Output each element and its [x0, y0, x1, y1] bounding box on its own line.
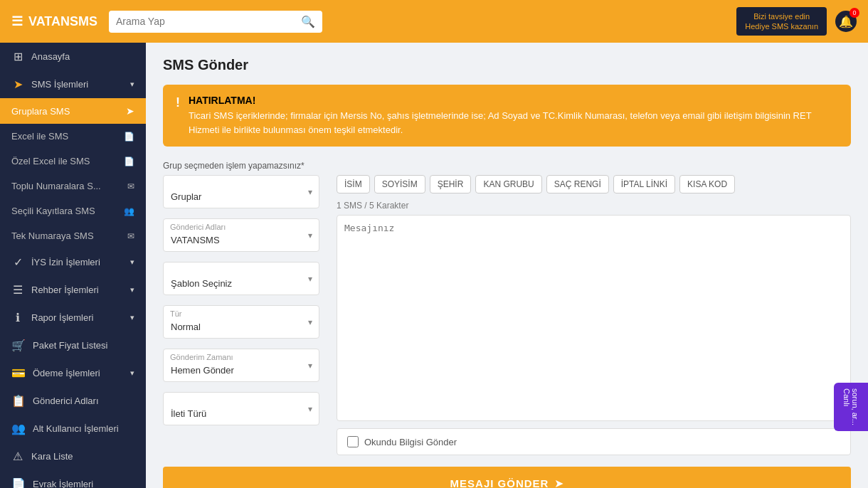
file-icon: 📄	[124, 132, 134, 142]
content-area: SMS Gönder ! HATIRLATMA! Ticari SMS içer…	[146, 43, 868, 488]
sidebar-item-rapor[interactable]: ℹ Rapor İşlemleri ▾	[0, 304, 146, 331]
tur-field: Tür Normal	[163, 305, 319, 339]
sidebar-label: Alt Kullanıcı İşlemleri	[33, 423, 134, 434]
tag-sac-rengi[interactable]: SAÇ RENGİ	[546, 175, 609, 193]
cart-icon: 🛒	[11, 339, 26, 352]
grid-icon: ⊞	[11, 50, 24, 63]
chevron-down-icon: ▾	[130, 258, 134, 267]
sidebar: ⊞ Anasayfa ➤ SMS İşlemleri ▾ Gruplara SM…	[0, 43, 146, 488]
file-icon: 📄	[124, 157, 134, 166]
info-icon: ℹ	[11, 311, 24, 324]
sidebar-label: Tek Numaraya SMS	[11, 230, 120, 241]
sidebar-item-evrak[interactable]: 📄 Evrak İşlemleri	[0, 470, 146, 488]
ileti-select[interactable]: İleti Türü	[163, 392, 319, 425]
gonderim-label: Gönderim Zamanı	[170, 353, 233, 361]
chevron-down-icon: ▾	[130, 80, 134, 89]
sidebar-item-tek-sms[interactable]: Tek Numaraya SMS ✉	[0, 223, 146, 248]
form-left: Gruplar Gönderici Adları VATANSMS Şablon…	[163, 175, 319, 455]
page-title: SMS Gönder	[163, 57, 851, 73]
sidebar-label: Anasayfa	[31, 51, 134, 62]
sidebar-item-excel-sms[interactable]: Excel ile SMS 📄	[0, 124, 146, 149]
recommend-label: Bizi tavsiye edin	[745, 11, 818, 21]
sidebar-label: Seçili Kayıtlara SMS	[11, 206, 117, 216]
chevron-down-icon: ▾	[130, 285, 134, 295]
sidebar-label: Gruplara SMS	[11, 106, 119, 117]
gonderim-field: Gönderim Zamanı Hemen Gönder	[163, 349, 319, 382]
sidebar-label: Özel Excel ile SMS	[11, 156, 117, 166]
right-arrow-icon: ➤	[126, 105, 134, 117]
sidebar-item-rehber[interactable]: ☰ Rehber İşlemleri ▾	[0, 276, 146, 304]
sidebar-label: SMS İşlemleri	[31, 79, 123, 90]
envelope-icon: ✉	[127, 181, 134, 191]
gruplar-field: Gruplar	[163, 175, 319, 208]
tag-kisa-kod[interactable]: KISA KOD	[679, 175, 735, 193]
sidebar-label: Paket Fiyat Listesi	[33, 340, 134, 351]
form-wrapper: Gruplar Gönderici Adları VATANSMS Şablon…	[163, 175, 851, 455]
tag-kan-grubu[interactable]: KAN GRUBU	[475, 175, 541, 193]
sidebar-label: İYS İzin İşlemleri	[31, 257, 123, 267]
sidebar-item-odeme[interactable]: 💳 Ödeme İşlemleri ▾	[0, 359, 146, 387]
sidebar-label: Rehber İşlemleri	[31, 285, 123, 295]
envelope-icon: ✉	[127, 231, 134, 241]
sidebar-item-gruplara-sms[interactable]: Gruplara SMS ➤	[0, 98, 146, 124]
okundu-checkbox[interactable]	[347, 436, 359, 447]
document-icon: 📄	[11, 477, 26, 488]
gruplar-select[interactable]: Gruplar	[163, 175, 319, 208]
recommend-sub: Hediye SMS kazanın	[745, 21, 818, 31]
sidebar-label: Kara Liste	[31, 451, 134, 462]
topbar-right: Bizi tavsiye edin Hediye SMS kazanın 🔔 0	[736, 7, 857, 36]
card-icon: 💳	[11, 366, 26, 380]
sidebar-item-sms-islemleri[interactable]: ➤ SMS İşlemleri ▾	[0, 70, 146, 98]
gonderici-label: Gönderici Adları	[170, 223, 226, 231]
send-button[interactable]: MESAJI GÖNDER ➤	[163, 467, 851, 488]
arrow-icon: ➤	[11, 78, 24, 91]
sidebar-item-secili-sms[interactable]: Seçili Kayıtlara SMS 👥	[0, 198, 146, 223]
recommend-button[interactable]: Bizi tavsiye edin Hediye SMS kazanın	[736, 7, 827, 36]
tur-select[interactable]: Normal	[163, 305, 319, 339]
live-chat-label: Canlısorun, ar...	[842, 388, 859, 425]
chevron-down-icon: ▾	[130, 368, 134, 378]
warning-icon: ⚠	[11, 450, 24, 463]
sidebar-label: Toplu Numaralara S...	[11, 181, 120, 191]
tag-buttons: İSİM SOYİSİM ŞEHİR KAN GRUBU SAÇ RENGİ İ…	[337, 175, 851, 193]
tag-isim[interactable]: İSİM	[337, 175, 370, 193]
sablon-select[interactable]: Şablon Seçiniz	[163, 262, 319, 295]
required-label: Grup seçmeden işlem yapamazsınız*	[163, 161, 851, 171]
sablon-field: Şablon Seçiniz	[163, 262, 319, 295]
okundu-label[interactable]: Okundu Bilgisi Gönder	[364, 437, 457, 447]
topbar: ☰ VATANSMS 🔍 Bizi tavsiye edin Hediye SM…	[0, 0, 868, 43]
search-bar[interactable]: 🔍	[109, 11, 322, 33]
checkbox-row: Okundu Bilgisi Gönder	[337, 428, 851, 455]
tur-label: Tür	[170, 309, 182, 318]
sidebar-item-gonderici[interactable]: 📋 Gönderici Adları	[0, 387, 146, 415]
list-icon: 📋	[11, 394, 26, 408]
brand-name: VATANSMS	[28, 14, 97, 29]
tag-soyisim[interactable]: SOYİSİM	[374, 175, 425, 193]
notification-bell[interactable]: 🔔 0	[835, 11, 857, 32]
sidebar-item-ozel-excel-sms[interactable]: Özel Excel ile SMS 📄	[0, 149, 146, 174]
exclamation-icon: !	[176, 95, 180, 110]
search-icon: 🔍	[301, 15, 315, 28]
gonderici-field: Gönderici Adları VATANSMS	[163, 218, 319, 252]
sidebar-item-iys[interactable]: ✓ İYS İzin İşlemleri ▾	[0, 248, 146, 276]
search-input[interactable]	[116, 16, 297, 27]
sidebar-label: Excel ile SMS	[11, 131, 117, 142]
tag-iptal-linki[interactable]: İPTAL LİNKİ	[613, 175, 675, 193]
tag-sehir[interactable]: ŞEHİR	[430, 175, 472, 193]
sidebar-label: Rapor İşlemleri	[31, 312, 123, 323]
sidebar-item-alt-kullanici[interactable]: 👥 Alt Kullanıcı İşlemleri	[0, 415, 146, 442]
sidebar-item-kara-liste[interactable]: ⚠ Kara Liste	[0, 442, 146, 470]
users-icon: 👥	[124, 206, 134, 216]
sms-counter: 1 SMS / 5 Karakter	[337, 201, 851, 211]
menu-icon[interactable]: ☰	[11, 14, 23, 29]
sidebar-label: Gönderici Adları	[33, 396, 134, 406]
sidebar-item-toplu-sms[interactable]: Toplu Numaralara S... ✉	[0, 174, 146, 198]
form-right: İSİM SOYİSİM ŞEHİR KAN GRUBU SAÇ RENGİ İ…	[337, 175, 851, 455]
sidebar-item-paket[interactable]: 🛒 Paket Fiyat Listesi	[0, 331, 146, 359]
live-chat-widget[interactable]: Canlısorun, ar...	[834, 383, 868, 431]
warning-content: HATIRLATMA! Ticari SMS içeriklerinde; fi…	[189, 95, 838, 137]
message-textarea[interactable]	[337, 215, 851, 421]
warning-box: ! HATIRLATMA! Ticari SMS içeriklerinde; …	[163, 85, 851, 147]
send-btn-label: MESAJI GÖNDER	[450, 477, 549, 488]
sidebar-item-anasayfa[interactable]: ⊞ Anasayfa	[0, 43, 146, 70]
